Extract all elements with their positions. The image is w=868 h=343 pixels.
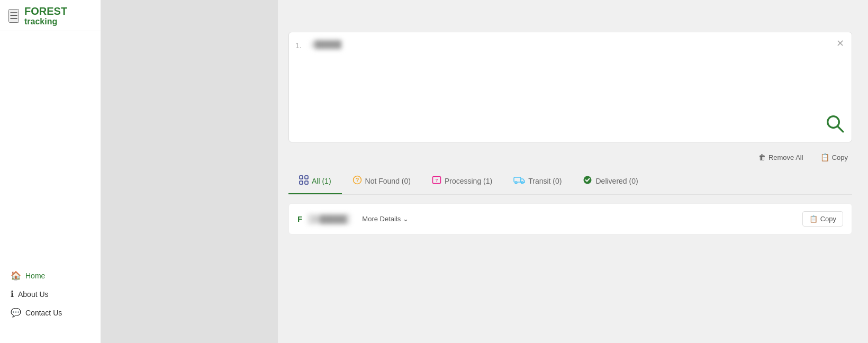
sidebar-item-about[interactable]: ℹ About Us <box>0 285 101 303</box>
delivered-tab-icon <box>583 175 592 187</box>
svg-rect-2 <box>300 176 303 179</box>
svg-rect-10 <box>514 177 521 182</box>
sidebar-header: ☰ FOREST tracking <box>0 0 101 31</box>
svg-rect-4 <box>300 181 303 184</box>
tab-processing[interactable]: ? Processing (1) <box>421 170 503 194</box>
result-card: F 24█████ More Details ⌄ 📋 Copy <box>288 203 852 234</box>
copy-icon: 📋 <box>820 153 829 161</box>
gray-panel <box>101 0 278 343</box>
about-icon: ℹ <box>11 289 14 299</box>
toolbar-row: 🗑 Remove All 📋 Copy <box>288 151 852 164</box>
svg-text:?: ? <box>355 177 359 183</box>
svg-rect-3 <box>305 176 308 179</box>
svg-rect-5 <box>305 181 308 184</box>
tab-not-found[interactable]: ? Not Found (0) <box>342 170 421 194</box>
svg-line-1 <box>838 127 843 132</box>
contact-icon: 💬 <box>11 308 21 318</box>
content-panel: 1. 2██████ ✕ 🗑 Remove All 📋 Copy <box>278 0 868 343</box>
result-number: 24█████ <box>308 214 350 224</box>
result-prefix: F <box>297 214 302 223</box>
transit-tab-icon <box>513 175 525 187</box>
processing-tab-icon: ? <box>432 175 441 187</box>
tab-transit[interactable]: Transit (0) <box>503 170 572 194</box>
hamburger-button[interactable]: ☰ <box>8 9 19 23</box>
clear-button[interactable]: ✕ <box>836 39 844 48</box>
main-area: 1. 2██████ ✕ 🗑 Remove All 📋 Copy <box>101 0 868 343</box>
sidebar-item-home-label: Home <box>25 272 45 280</box>
remove-all-button[interactable]: 🗑 Remove All <box>754 151 808 164</box>
tab-delivered[interactable]: Delivered (0) <box>572 170 648 194</box>
sidebar-nav: 🏠 Home ℹ About Us 💬 Contact Us <box>0 31 101 343</box>
search-icon <box>824 113 845 134</box>
all-tab-icon <box>299 175 309 187</box>
more-details-button[interactable]: More Details ⌄ <box>362 215 409 223</box>
tracking-input[interactable]: 2██████ <box>310 39 825 133</box>
search-button[interactable] <box>824 113 845 136</box>
sidebar-item-about-label: About Us <box>18 290 49 299</box>
logo-forest: FOREST <box>24 5 67 17</box>
home-icon: 🏠 <box>11 270 21 281</box>
sidebar-item-home[interactable]: 🏠 Home <box>0 266 101 285</box>
line-numbers: 1. <box>295 40 302 51</box>
chevron-down-icon: ⌄ <box>403 215 409 223</box>
input-wrapper: 2██████ <box>295 39 825 136</box>
result-left: F 24█████ More Details ⌄ <box>297 214 409 224</box>
search-container: 1. 2██████ ✕ <box>288 32 852 142</box>
trash-icon: 🗑 <box>758 153 766 161</box>
result-copy-button[interactable]: 📋 Copy <box>802 211 843 227</box>
svg-point-11 <box>515 182 517 184</box>
sidebar: ☰ FOREST tracking 🏠 Home ℹ About Us 💬 Co… <box>0 0 101 343</box>
not-found-tab-icon: ? <box>352 175 362 187</box>
tabs-row: All (1) ? Not Found (0) ? <box>288 170 852 195</box>
result-copy-icon: 📋 <box>809 215 818 223</box>
tab-all[interactable]: All (1) <box>288 170 342 194</box>
sidebar-item-contact-label: Contact Us <box>25 309 62 317</box>
copy-all-button[interactable]: 📋 Copy <box>816 151 852 164</box>
sidebar-item-contact[interactable]: 💬 Contact Us <box>0 303 101 322</box>
svg-text:?: ? <box>435 178 438 183</box>
logo-tracking: tracking <box>24 17 67 26</box>
logo: FOREST tracking <box>24 5 67 26</box>
